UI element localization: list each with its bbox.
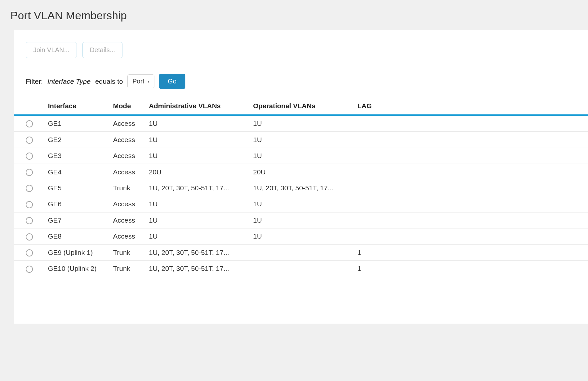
table-row[interactable]: GE1Access1U1U — [14, 115, 588, 132]
row-lag — [353, 164, 588, 180]
row-oper-vlans — [249, 261, 353, 277]
row-oper-vlans: 1U — [249, 148, 353, 164]
row-interface: GE4 — [44, 164, 109, 180]
row-admin-vlans: 1U — [145, 148, 249, 164]
row-interface: GE6 — [44, 196, 109, 212]
interface-type-value: Port — [132, 78, 144, 85]
row-mode: Access — [109, 228, 145, 244]
table-header-select — [14, 97, 44, 115]
row-oper-vlans: 1U — [249, 132, 353, 148]
row-radio[interactable] — [26, 249, 33, 256]
row-admin-vlans: 1U — [145, 212, 249, 228]
vlan-membership-table: Interface Mode Administrative VLANs Oper… — [14, 97, 588, 277]
row-radio[interactable] — [26, 266, 33, 273]
row-interface: GE3 — [44, 148, 109, 164]
row-lag — [353, 148, 588, 164]
row-admin-vlans: 1U, 20T, 30T, 50-51T, 17... — [145, 180, 249, 196]
filter-row: Filter: Interface Type equals to Port ▾ … — [14, 58, 588, 95]
row-admin-vlans: 1U — [145, 132, 249, 148]
row-mode: Access — [109, 148, 145, 164]
row-select-cell — [14, 164, 44, 180]
row-select-cell — [14, 212, 44, 228]
row-lag — [353, 115, 588, 132]
chevron-down-icon: ▾ — [148, 79, 150, 84]
row-oper-vlans — [249, 244, 353, 260]
row-lag — [353, 180, 588, 196]
row-radio[interactable] — [26, 201, 33, 208]
row-interface: GE7 — [44, 212, 109, 228]
row-oper-vlans: 1U — [249, 196, 353, 212]
row-mode: Trunk — [109, 261, 145, 277]
row-lag — [353, 196, 588, 212]
row-radio[interactable] — [26, 233, 33, 241]
row-oper-vlans: 20U — [249, 164, 353, 180]
filter-label: Filter: — [26, 78, 43, 85]
join-vlan-button[interactable]: Join VLAN... — [26, 42, 77, 58]
row-lag: 1 — [353, 261, 588, 277]
row-radio[interactable] — [26, 169, 33, 176]
row-admin-vlans: 1U, 20T, 30T, 50-51T, 17... — [145, 261, 249, 277]
row-radio[interactable] — [26, 120, 33, 127]
table-header-oper-vlans: Operational VLANs — [249, 97, 353, 115]
row-interface: GE5 — [44, 180, 109, 196]
row-interface: GE9 (Uplink 1) — [44, 244, 109, 260]
row-radio[interactable] — [26, 217, 33, 224]
table-header-interface: Interface — [44, 97, 109, 115]
row-select-cell — [14, 228, 44, 244]
content-area: Join VLAN... Details... Filter: Interfac… — [14, 30, 588, 324]
row-radio[interactable] — [26, 137, 33, 144]
table-row[interactable]: GE6Access1U1U — [14, 196, 588, 212]
row-mode: Access — [109, 115, 145, 132]
row-select-cell — [14, 180, 44, 196]
row-interface: GE10 (Uplink 2) — [44, 261, 109, 277]
table-header-lag: LAG — [353, 97, 588, 115]
row-mode: Access — [109, 164, 145, 180]
table-row[interactable]: GE7Access1U1U — [14, 212, 588, 228]
row-interface: GE2 — [44, 132, 109, 148]
row-oper-vlans: 1U, 20T, 30T, 50-51T, 17... — [249, 180, 353, 196]
row-oper-vlans: 1U — [249, 115, 353, 132]
row-admin-vlans: 20U — [145, 164, 249, 180]
row-admin-vlans: 1U — [145, 196, 249, 212]
table-row[interactable]: GE4Access20U20U — [14, 164, 588, 180]
row-admin-vlans: 1U — [145, 228, 249, 244]
row-select-cell — [14, 244, 44, 260]
page-header: Port VLAN Membership — [0, 0, 588, 30]
row-lag — [353, 228, 588, 244]
table-header-row: Interface Mode Administrative VLANs Oper… — [14, 97, 588, 115]
row-mode: Access — [109, 132, 145, 148]
row-select-cell — [14, 148, 44, 164]
row-mode: Trunk — [109, 180, 145, 196]
table-row[interactable]: GE5Trunk1U, 20T, 30T, 50-51T, 17...1U, 2… — [14, 180, 588, 196]
table-header-admin-vlans: Administrative VLANs — [145, 97, 249, 115]
table-row[interactable]: GE10 (Uplink 2)Trunk1U, 20T, 30T, 50-51T… — [14, 261, 588, 277]
page-title: Port VLAN Membership — [10, 9, 578, 22]
table-row[interactable]: GE9 (Uplink 1)Trunk1U, 20T, 30T, 50-51T,… — [14, 244, 588, 260]
row-select-cell — [14, 196, 44, 212]
row-admin-vlans: 1U — [145, 115, 249, 132]
row-radio[interactable] — [26, 185, 33, 192]
row-lag — [353, 132, 588, 148]
row-mode: Access — [109, 212, 145, 228]
row-admin-vlans: 1U, 20T, 30T, 50-51T, 17... — [145, 244, 249, 260]
row-select-cell — [14, 132, 44, 148]
row-interface: GE8 — [44, 228, 109, 244]
toolbar: Join VLAN... Details... — [14, 30, 588, 58]
interface-type-select[interactable]: Port ▾ — [127, 74, 154, 88]
table-row[interactable]: GE3Access1U1U — [14, 148, 588, 164]
row-oper-vlans: 1U — [249, 212, 353, 228]
row-oper-vlans: 1U — [249, 228, 353, 244]
go-button[interactable]: Go — [159, 74, 185, 89]
table-row[interactable]: GE2Access1U1U — [14, 132, 588, 148]
row-select-cell — [14, 261, 44, 277]
table-row[interactable]: GE8Access1U1U — [14, 228, 588, 244]
row-mode: Trunk — [109, 244, 145, 260]
row-lag — [353, 212, 588, 228]
filter-operator-label: equals to — [95, 78, 123, 85]
row-interface: GE1 — [44, 115, 109, 132]
filter-field-label: Interface Type — [48, 78, 91, 85]
row-radio[interactable] — [26, 153, 33, 160]
row-mode: Access — [109, 196, 145, 212]
details-button[interactable]: Details... — [82, 42, 123, 58]
row-select-cell — [14, 115, 44, 132]
